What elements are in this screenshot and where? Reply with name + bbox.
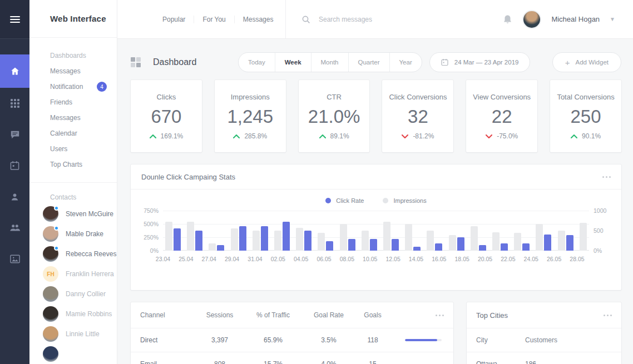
legend-item-impressions[interactable]: Impressions bbox=[383, 197, 426, 204]
stat-label: Total Conversions bbox=[557, 93, 614, 101]
rail-item-calendar[interactable] bbox=[0, 150, 29, 181]
chart-title: Dounle Click Campaing Stats bbox=[141, 173, 235, 181]
sidebar-item-messages[interactable]: Messages bbox=[50, 63, 117, 79]
impressions-bar bbox=[231, 228, 238, 251]
more-menu-icon[interactable] bbox=[604, 311, 612, 320]
app-window: Web Interface Dashboards MessagesNotific… bbox=[0, 0, 633, 364]
sidebar-menu: Dashboards MessagesNotification4FriendsM… bbox=[29, 38, 117, 172]
y-axis-right-tick: 0% bbox=[594, 247, 602, 254]
contact-row[interactable]: Mable Drake bbox=[43, 224, 117, 244]
date-range-label: 24 Mar — 23 Apr 2019 bbox=[454, 59, 519, 66]
rail-item-user[interactable] bbox=[0, 181, 29, 212]
channel-sessions: 3,397 bbox=[197, 336, 242, 344]
channel-progress-cell bbox=[392, 339, 444, 341]
sidebar-item-messages[interactable]: Messages bbox=[50, 110, 117, 126]
rail-item-image[interactable] bbox=[0, 243, 29, 275]
x-axis-labels: 23.0425.0427.0429.0431.0402.0504.0506.05… bbox=[131, 256, 621, 262]
filter-quarter[interactable]: Quarter bbox=[348, 53, 389, 72]
click-rate-bar bbox=[261, 226, 268, 251]
sidebar-item-calendar[interactable]: Calendar bbox=[50, 126, 117, 141]
user-name[interactable]: Micheal Hogan bbox=[551, 15, 600, 23]
sidebar-item-users[interactable]: Users bbox=[50, 141, 117, 157]
trend-up-icon bbox=[319, 132, 326, 140]
stat-label: View Conversions bbox=[473, 93, 531, 101]
dashboard-title-wrap: Dashboard bbox=[131, 57, 238, 67]
stat-card-ctr: CTR21.0%89.1% bbox=[299, 80, 370, 152]
bar-group bbox=[449, 211, 464, 251]
calendar-icon bbox=[10, 161, 19, 171]
chart-card-header: Dounle Click Campaing Stats bbox=[131, 164, 621, 190]
nav-link-popular[interactable]: Popular bbox=[154, 16, 194, 23]
add-widget-button[interactable]: + Add Widget bbox=[552, 52, 621, 72]
search-input[interactable] bbox=[318, 15, 440, 24]
main-column: PopularFor YouMessages Micheal Hogan ▼ bbox=[117, 0, 633, 364]
rail-item-apps[interactable] bbox=[0, 88, 29, 119]
app-title: Web Interface bbox=[29, 0, 117, 38]
menu-toggle-button[interactable] bbox=[0, 0, 29, 39]
stat-label: Clicks bbox=[157, 93, 176, 101]
sidebar-item-notification[interactable]: Notification4 bbox=[50, 79, 117, 94]
x-axis-label: 10.05 bbox=[362, 256, 378, 262]
contact-row[interactable]: Rebecca Reeves bbox=[43, 244, 117, 264]
stat-cards-row: Clicks670169.1%Impressions1,245285.8%CTR… bbox=[131, 80, 621, 152]
stat-value: 670 bbox=[151, 106, 181, 127]
chevron-down-icon[interactable]: ▼ bbox=[610, 16, 615, 22]
x-axis-label: 23.04 bbox=[155, 256, 171, 262]
sidebar-item-top-charts[interactable]: Top Charts bbox=[50, 157, 117, 172]
contact-avatar bbox=[43, 346, 58, 362]
impressions-bar bbox=[536, 224, 543, 251]
sidebar-item-label: Friends bbox=[50, 98, 72, 106]
contact-name: Mamie Robbins bbox=[66, 310, 112, 318]
more-menu-icon[interactable] bbox=[602, 173, 611, 181]
legend-item-click-rate[interactable]: Click Rate bbox=[325, 197, 364, 204]
contact-row[interactable]: Danny Collier bbox=[43, 284, 117, 304]
online-status-dot bbox=[54, 206, 59, 211]
impressions-bar bbox=[449, 235, 456, 251]
sidebar-item-label: Messages bbox=[50, 67, 81, 75]
bar-group bbox=[274, 211, 290, 251]
contact-name: Linnie Little bbox=[66, 330, 100, 338]
cities-table-header: CityCustomers bbox=[467, 328, 621, 352]
filter-week[interactable]: Week bbox=[275, 53, 311, 72]
x-axis-label: 28.05 bbox=[569, 256, 585, 262]
x-axis-label: 24.05 bbox=[523, 256, 539, 262]
contact-row[interactable]: FHFranklin Herrera bbox=[43, 264, 117, 284]
chart-zone: 750%500%250%0% 10005000% bbox=[131, 204, 621, 251]
date-range-picker[interactable]: 24 Mar — 23 Apr 2019 bbox=[429, 52, 531, 72]
contact-row[interactable]: Mamie Robbins bbox=[43, 304, 117, 324]
stat-delta-value: -81.2% bbox=[413, 132, 434, 140]
contact-row[interactable] bbox=[43, 344, 117, 364]
sidebar-item-friends[interactable]: Friends bbox=[50, 94, 117, 110]
dashboard-header: Dashboard TodayWeekMonthQuarterYear 24 M… bbox=[131, 51, 621, 73]
top-right: Micheal Hogan ▼ bbox=[503, 10, 633, 29]
rail-item-chat[interactable] bbox=[0, 119, 29, 150]
click-rate-bar bbox=[544, 235, 551, 251]
user-avatar[interactable] bbox=[522, 10, 541, 29]
bar-group bbox=[187, 211, 202, 251]
impressions-bar bbox=[274, 231, 281, 251]
y-axis-left-tick: 500% bbox=[144, 221, 159, 227]
impressions-bar bbox=[187, 222, 194, 251]
dashboard-grid-icon bbox=[131, 57, 141, 67]
y-axis-right-tick: 1000 bbox=[594, 207, 606, 214]
channels-col-header: Goals bbox=[353, 311, 392, 319]
contact-row[interactable]: Linnie Little bbox=[43, 324, 117, 344]
stat-delta: -75.0% bbox=[486, 132, 518, 140]
impressions-bar bbox=[209, 243, 216, 251]
rail-item-home[interactable] bbox=[0, 54, 29, 88]
trend-up-icon bbox=[571, 132, 577, 140]
filter-year[interactable]: Year bbox=[389, 53, 422, 72]
top-cities-header: Top Cities bbox=[467, 302, 621, 328]
y-axis-left: 750%500%250%0% bbox=[142, 211, 163, 251]
filter-today[interactable]: Today bbox=[239, 53, 275, 72]
bar-group bbox=[514, 211, 530, 251]
rail-item-users[interactable] bbox=[0, 212, 29, 243]
nav-link-messages[interactable]: Messages bbox=[234, 16, 282, 23]
contact-row[interactable]: Steven McGuire bbox=[43, 204, 117, 224]
filter-month[interactable]: Month bbox=[311, 53, 348, 72]
click-rate-bar bbox=[217, 245, 224, 251]
more-menu-icon[interactable] bbox=[436, 311, 444, 320]
notifications-button[interactable] bbox=[503, 14, 512, 24]
nav-link-for-you[interactable]: For You bbox=[194, 16, 234, 23]
add-widget-label: Add Widget bbox=[576, 59, 609, 66]
